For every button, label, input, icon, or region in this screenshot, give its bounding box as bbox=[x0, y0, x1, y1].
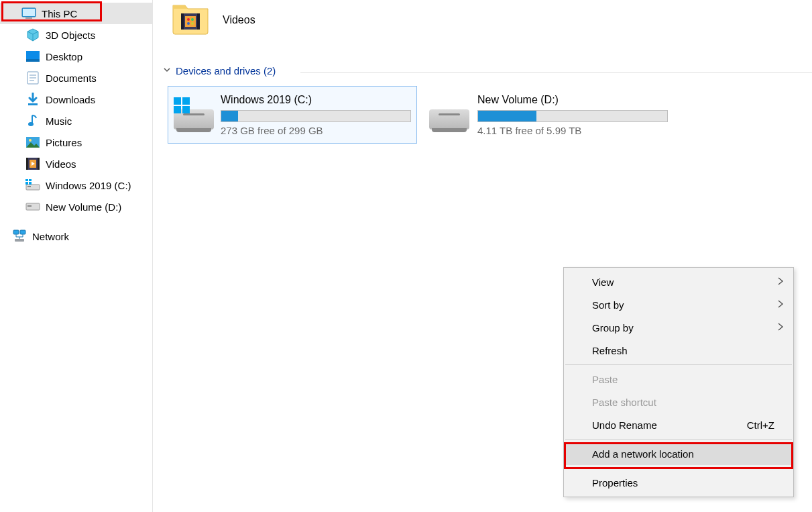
drive-tile-d[interactable]: New Volume (D:) 4.11 TB free of 5.99 TB bbox=[424, 86, 673, 144]
svg-rect-22 bbox=[27, 186, 31, 187]
tree-item-label: Videos bbox=[46, 158, 76, 170]
videos-icon bbox=[25, 156, 40, 171]
network-icon bbox=[12, 229, 27, 244]
tree-item-network[interactable]: Network bbox=[0, 225, 152, 247]
drive-name: Windows 2019 (C:) bbox=[221, 94, 411, 106]
tree-item-drive-d[interactable]: New Volume (D:) bbox=[0, 196, 152, 217]
drive-d-icon bbox=[25, 199, 40, 214]
tree-item-label: Network bbox=[32, 231, 69, 242]
menu-item-label: Group by bbox=[592, 322, 634, 334]
menu-item-sort-by[interactable]: Sort by bbox=[564, 293, 793, 316]
svg-rect-18 bbox=[38, 158, 40, 170]
group-header-devices[interactable]: Devices and drives (2) bbox=[162, 65, 276, 76]
tree-item-videos[interactable]: Videos bbox=[0, 153, 152, 174]
svg-rect-30 bbox=[20, 230, 25, 234]
menu-item-properties[interactable]: Properties bbox=[564, 471, 793, 494]
chevron-down-icon bbox=[162, 65, 172, 76]
chevron-right-icon bbox=[777, 299, 784, 311]
tree-item-label: Pictures bbox=[46, 137, 82, 148]
menu-item-group-by[interactable]: Group by bbox=[564, 316, 793, 339]
svg-rect-1 bbox=[23, 9, 35, 16]
group-header-label: Devices and drives (2) bbox=[176, 65, 276, 76]
menu-separator bbox=[565, 439, 792, 440]
chevron-right-icon bbox=[777, 321, 784, 334]
desktop-icon bbox=[25, 49, 40, 64]
folder-tile-label: Videos bbox=[223, 14, 255, 26]
menu-item-paste: Paste bbox=[564, 368, 793, 391]
navigation-pane: This PC 3D Objects Desktop Documents Dow… bbox=[0, 0, 153, 512]
thispc-icon bbox=[21, 6, 36, 21]
3d-objects-icon bbox=[25, 28, 40, 42]
svg-point-14 bbox=[29, 139, 32, 142]
svg-rect-17 bbox=[26, 158, 28, 170]
tree-item-pictures[interactable]: Pictures bbox=[0, 132, 152, 153]
svg-point-36 bbox=[187, 18, 190, 21]
drive-usage-fill bbox=[221, 111, 238, 121]
svg-rect-34 bbox=[197, 13, 200, 30]
svg-rect-2 bbox=[25, 17, 32, 19]
tree-item-label: Documents bbox=[46, 72, 97, 84]
menu-item-label: Paste bbox=[592, 374, 618, 385]
menu-separator bbox=[565, 468, 792, 468]
tree-item-label: 3D Objects bbox=[46, 30, 95, 41]
menu-item-label: View bbox=[592, 276, 614, 288]
menu-item-label: Paste shortcut bbox=[592, 397, 656, 408]
svg-rect-26 bbox=[29, 182, 32, 185]
folder-tile-videos[interactable]: Videos bbox=[172, 1, 255, 39]
svg-rect-24 bbox=[29, 179, 32, 181]
tree-item-label: This PC bbox=[42, 8, 77, 19]
group-divider bbox=[300, 72, 812, 73]
svg-rect-43 bbox=[182, 106, 190, 113]
tree-item-downloads[interactable]: Downloads bbox=[0, 89, 152, 110]
svg-point-39 bbox=[191, 22, 194, 25]
menu-item-label: Properties bbox=[592, 477, 638, 489]
menu-item-refresh[interactable]: Refresh bbox=[564, 339, 793, 362]
drive-usage-bar bbox=[221, 110, 411, 122]
svg-rect-25 bbox=[25, 182, 28, 185]
context-menu: View Sort by Group by Refresh Paste Past… bbox=[563, 267, 794, 497]
svg-rect-11 bbox=[28, 103, 38, 105]
svg-point-37 bbox=[191, 18, 194, 21]
drive-c-icon bbox=[25, 178, 40, 193]
tree-item-label: Desktop bbox=[46, 51, 82, 62]
menu-item-label: Undo Rename bbox=[592, 419, 657, 431]
tree-item-label: Downloads bbox=[46, 94, 95, 105]
svg-rect-40 bbox=[174, 97, 181, 105]
svg-rect-42 bbox=[174, 106, 181, 113]
chevron-right-icon bbox=[777, 276, 784, 289]
documents-icon bbox=[25, 70, 40, 85]
pictures-icon bbox=[25, 135, 40, 150]
svg-point-12 bbox=[28, 122, 34, 126]
menu-item-add-network-location[interactable]: Add a network location bbox=[564, 442, 793, 465]
svg-rect-31 bbox=[15, 239, 24, 242]
drive-tile-c[interactable]: Windows 2019 (C:) 273 GB free of 299 GB bbox=[168, 86, 417, 144]
menu-item-paste-shortcut: Paste shortcut bbox=[564, 391, 793, 413]
drive-free-text: 273 GB free of 299 GB bbox=[221, 125, 411, 136]
drive-name: New Volume (D:) bbox=[477, 94, 668, 106]
tree-item-3d-objects[interactable]: 3D Objects bbox=[0, 24, 152, 46]
svg-point-38 bbox=[187, 22, 190, 25]
music-icon bbox=[25, 113, 40, 128]
tree-item-label: Music bbox=[46, 115, 72, 127]
videos-folder-icon bbox=[172, 1, 209, 39]
menu-item-undo-rename[interactable]: Undo Rename Ctrl+Z bbox=[564, 413, 793, 436]
menu-separator bbox=[565, 364, 792, 365]
menu-item-label: Add a network location bbox=[592, 448, 694, 460]
tree-item-desktop[interactable]: Desktop bbox=[0, 46, 152, 67]
menu-item-view[interactable]: View bbox=[564, 270, 793, 293]
svg-rect-33 bbox=[181, 13, 184, 30]
tree-item-documents[interactable]: Documents bbox=[0, 67, 152, 89]
drive-usage-fill bbox=[478, 111, 536, 121]
svg-rect-6 bbox=[26, 59, 40, 62]
menu-item-label: Sort by bbox=[592, 299, 624, 311]
tree-item-label: Windows 2019 (C:) bbox=[46, 180, 131, 191]
svg-rect-23 bbox=[25, 179, 28, 181]
drive-free-text: 4.11 TB free of 5.99 TB bbox=[477, 125, 668, 136]
tree-item-drive-c[interactable]: Windows 2019 (C:) bbox=[0, 174, 152, 196]
svg-rect-35 bbox=[185, 16, 196, 27]
tree-item-this-pc[interactable]: This PC bbox=[0, 3, 152, 24]
svg-rect-41 bbox=[182, 97, 190, 105]
tree-item-music[interactable]: Music bbox=[0, 110, 152, 132]
menu-item-shortcut: Ctrl+Z bbox=[747, 419, 774, 431]
downloads-icon bbox=[25, 92, 40, 107]
